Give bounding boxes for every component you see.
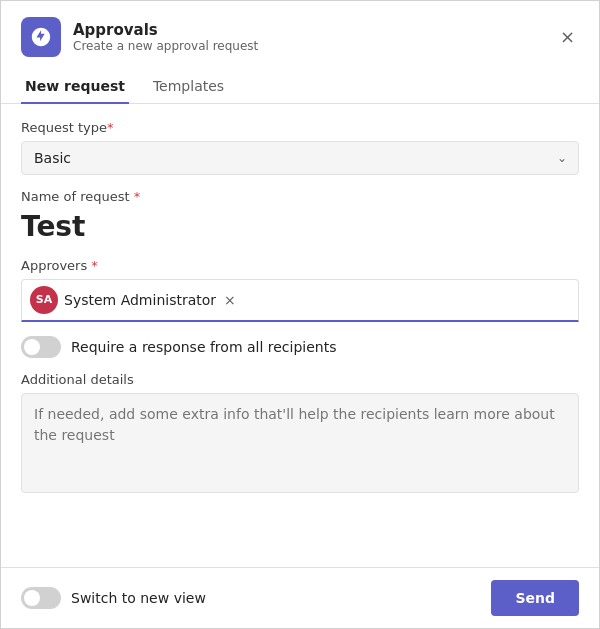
dialog-body: Request type* Basic ⌄ Name of request * … xyxy=(1,104,599,567)
additional-details-label: Additional details xyxy=(21,372,579,387)
footer-left: Switch to new view xyxy=(21,587,206,609)
switch-label: Switch to new view xyxy=(71,590,206,606)
request-name-group: Name of request * Test xyxy=(21,189,579,244)
request-type-group: Request type* Basic ⌄ xyxy=(21,120,579,175)
request-type-label: Request type* xyxy=(21,120,579,135)
footer-toggle-slider xyxy=(21,587,61,609)
header-left: Approvals Create a new approval request xyxy=(21,17,258,57)
tab-templates[interactable]: Templates xyxy=(149,70,228,104)
request-name-value[interactable]: Test xyxy=(21,210,579,244)
approvers-label: Approvers * xyxy=(21,258,579,273)
require-response-label: Require a response from all recipients xyxy=(71,339,336,355)
approver-name: System Administrator xyxy=(64,292,216,308)
send-button[interactable]: Send xyxy=(491,580,579,616)
approvals-icon xyxy=(30,26,52,48)
request-name-label: Name of request * xyxy=(21,189,579,204)
avatar: SA xyxy=(30,286,58,314)
close-button[interactable]: × xyxy=(556,24,579,50)
required-star: * xyxy=(107,120,114,135)
additional-details-textarea[interactable] xyxy=(21,393,579,493)
app-title: Approvals xyxy=(73,21,258,39)
dialog-header: Approvals Create a new approval request … xyxy=(1,1,599,69)
header-text: Approvals Create a new approval request xyxy=(73,21,258,53)
switch-to-new-view-toggle[interactable] xyxy=(21,587,61,609)
request-type-select[interactable]: Basic xyxy=(21,141,579,175)
request-type-wrapper: Basic ⌄ xyxy=(21,141,579,175)
require-response-row: Require a response from all recipients xyxy=(21,336,579,358)
required-star-approvers: * xyxy=(91,258,98,273)
required-star-name: * xyxy=(134,189,141,204)
tabs-bar: New request Templates xyxy=(1,69,599,104)
app-subtitle: Create a new approval request xyxy=(73,39,258,53)
approver-tag: SA System Administrator × xyxy=(30,286,238,314)
toggle-slider xyxy=(21,336,61,358)
approvers-input-area[interactable]: SA System Administrator × xyxy=(21,279,579,322)
tab-new-request[interactable]: New request xyxy=(21,70,129,104)
app-icon xyxy=(21,17,61,57)
approvers-field: Approvers * SA System Administrator × xyxy=(21,258,579,322)
dialog-footer: Switch to new view Send xyxy=(1,567,599,628)
dialog-container: Approvals Create a new approval request … xyxy=(0,0,600,629)
additional-details-group: Additional details xyxy=(21,372,579,493)
remove-approver-button[interactable]: × xyxy=(222,292,238,308)
require-response-toggle[interactable] xyxy=(21,336,61,358)
